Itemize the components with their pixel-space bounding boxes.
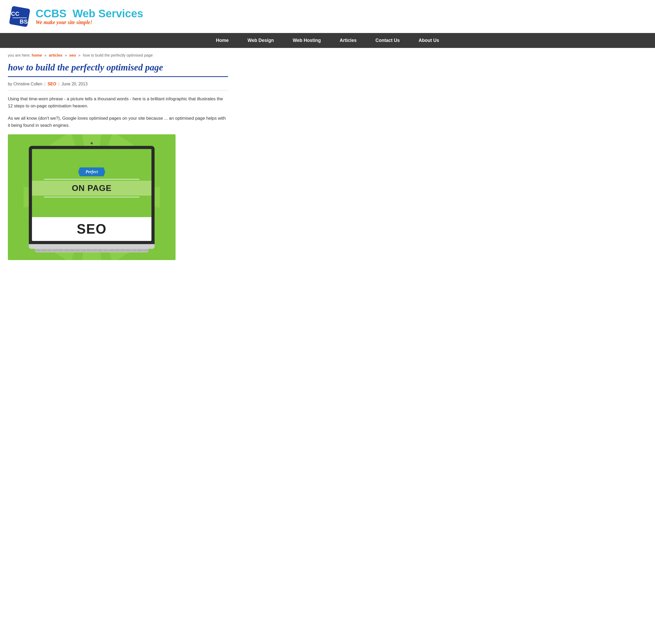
article-paragraph-1: Using that time-worn phrase - a picture … <box>8 96 228 110</box>
laptop-screen: Perfect ON PAGE SEO <box>29 146 155 244</box>
key <box>87 249 92 251</box>
logo-title: CCBS Web Services <box>36 7 143 20</box>
logo-name-ccbs: CCBS <box>36 7 67 20</box>
deco-line-2 <box>44 197 140 198</box>
banner-badge: Perfect <box>78 167 105 176</box>
key <box>98 249 103 251</box>
article-date: June 20, 2013 <box>62 82 88 87</box>
key <box>137 249 142 251</box>
meta-divider-2: | <box>59 82 60 87</box>
laptop-keyboard <box>35 249 148 252</box>
article: how to build the perfectly optimised pag… <box>0 62 236 268</box>
svg-text:CC: CC <box>11 10 19 17</box>
laptop-base <box>29 244 155 249</box>
key <box>58 249 63 251</box>
key <box>92 249 97 251</box>
screen-inner: Perfect ON PAGE SEO <box>32 149 152 241</box>
logo-tagline: We make your site simple! <box>36 19 143 25</box>
on-page-text: ON PAGE <box>32 181 152 196</box>
screen-green-area: Perfect ON PAGE <box>32 149 152 217</box>
key <box>143 249 148 251</box>
logo-name-webservices: Web Services <box>73 7 143 20</box>
nav-contact-us[interactable]: Contact Us <box>366 33 409 48</box>
breadcrumb-prefix: you are here: <box>8 53 31 58</box>
breadcrumb-sep-3: » <box>78 53 81 58</box>
breadcrumb-seo[interactable]: seo <box>69 53 76 58</box>
article-title: how to build the perfectly optimised pag… <box>8 62 228 77</box>
nav-articles[interactable]: Articles <box>330 33 366 48</box>
main-nav: Home Web Design Web Hosting Articles Con… <box>0 33 655 48</box>
breadcrumb: you are here: home » articles » seo » ho… <box>0 48 655 60</box>
article-paragraph-2: As we all know (don't we?), Google loves… <box>8 115 228 129</box>
laptop-graphic: Perfect ON PAGE SEO <box>29 142 155 252</box>
breadcrumb-home[interactable]: home <box>32 53 42 58</box>
key <box>36 249 41 251</box>
logo[interactable]: CC BS CCBS Web Services We make your sit… <box>8 5 143 28</box>
nav-home[interactable]: Home <box>206 33 238 48</box>
key <box>103 249 109 251</box>
key <box>75 249 81 251</box>
article-meta: by Christine Collen | SEO | June 20, 201… <box>8 82 228 90</box>
nav-web-hosting[interactable]: Web Hosting <box>283 33 330 48</box>
key <box>41 249 47 251</box>
key <box>69 249 75 251</box>
breadcrumb-articles[interactable]: articles <box>49 53 62 58</box>
breadcrumb-sep-1: » <box>44 53 46 58</box>
infographic-container: Perfect ON PAGE SEO <box>8 134 176 260</box>
article-author: by Christine Collen <box>8 82 42 87</box>
seo-text: SEO <box>32 221 152 237</box>
key <box>109 249 114 251</box>
key <box>81 249 86 251</box>
site-header: CC BS CCBS Web Services We make your sit… <box>0 0 655 33</box>
nav-web-design[interactable]: Web Design <box>238 33 283 48</box>
key <box>114 249 120 251</box>
screen-content: Perfect ON PAGE SEO <box>32 149 152 241</box>
key <box>53 249 58 251</box>
nav-about-us[interactable]: About Us <box>409 33 449 48</box>
laptop-camera <box>91 142 93 144</box>
article-body: Using that time-worn phrase - a picture … <box>8 96 228 129</box>
logo-text: CCBS Web Services We make your site simp… <box>36 7 143 26</box>
article-category[interactable]: SEO <box>48 82 56 87</box>
key <box>64 249 69 251</box>
key <box>126 249 131 251</box>
seo-text-box: SEO <box>32 217 152 241</box>
key <box>132 249 137 251</box>
key <box>47 249 52 251</box>
breadcrumb-current: how to build the perfectly optimised pag… <box>83 53 153 58</box>
meta-divider-1: | <box>45 82 46 87</box>
ccbs-logo-icon: CC BS <box>8 5 31 28</box>
breadcrumb-sep-2: » <box>65 53 67 58</box>
svg-text:BS: BS <box>20 18 28 25</box>
deco-line-1 <box>44 179 140 180</box>
key <box>120 249 126 251</box>
